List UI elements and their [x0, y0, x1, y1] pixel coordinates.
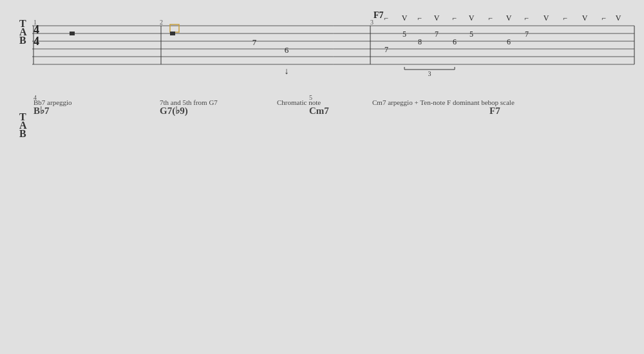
sheet-music: [0, 0, 644, 354]
tab-canvas: [0, 0, 644, 354]
